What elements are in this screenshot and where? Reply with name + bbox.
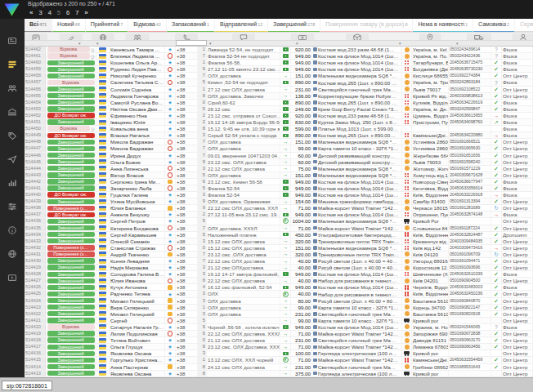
order-row[interactable]: 514423ЗавершенийВера Скляренко+381ОЛХ до… xyxy=(25,305,533,311)
tracking-number[interactable]: 0501690663170 xyxy=(449,337,491,343)
tab-Відправлений[interactable]: Відправлений12 xyxy=(215,19,268,33)
client-phone[interactable]: +38 xyxy=(176,179,198,185)
client-phone[interactable]: +38 xyxy=(176,139,198,145)
client-phone[interactable]: +38 xyxy=(176,331,198,336)
order-row[interactable]: 514444ЗавершенийАнна Липенська+38322.12 … xyxy=(25,166,533,172)
tracking-number[interactable]: 0501691651656 xyxy=(449,153,491,158)
tab-Всі[interactable]: Всі471 xyxy=(25,19,52,33)
client-phone[interactable]: +38 xyxy=(176,159,198,165)
sidebar-item-companies[interactable] xyxy=(0,101,25,122)
tracking-number[interactable]: 0503243439614 xyxy=(449,47,491,52)
order-row[interactable]: 514443ЗавершенийВіктор Власов+385ОЛХ дос… xyxy=(25,172,533,179)
order-row[interactable]: 514441ЗавершенийЗахарченко Люба+385Фиалк… xyxy=(25,185,533,192)
order-row[interactable]: 514452ДО Возврат ож.Єфименко Ніна*+38223… xyxy=(25,113,533,119)
order-row[interactable]: 514437ДО Возврат ож.Анжела Безушку*+3822… xyxy=(25,212,533,218)
order-row[interactable]: 514417ЗавершенийОльга Глущук*+38823.12 с… xyxy=(25,344,533,350)
page-size-caret-icon[interactable]: ▾ xyxy=(98,2,101,7)
tracking-number[interactable]: 20400309473416 xyxy=(449,245,491,251)
tracking-number[interactable]: 0501690672838 xyxy=(449,331,491,336)
tab-Самовивіз[interactable]: Самовивіз2 xyxy=(473,19,515,33)
client-phone[interactable]: +38 xyxy=(176,291,198,296)
order-row[interactable]: 514424ЗавершенийМихаил Гилецький+383ОЛХ … xyxy=(25,298,533,305)
client-phone[interactable]: +38 xyxy=(176,145,198,151)
client-phone[interactable]: +38 xyxy=(176,66,198,72)
tracking-number[interactable]: 0501691598240 xyxy=(449,159,491,165)
tab-Відмова[interactable]: Відмова42 xyxy=(128,19,167,33)
tab-Нема в наявності[interactable]: Нема в наявності1 xyxy=(413,19,473,33)
order-row[interactable]: 514432Повернення (з…Станіслав Стрижак+38… xyxy=(25,245,533,252)
client-phone[interactable]: +38 xyxy=(176,271,198,277)
tracking-number[interactable]: 0503241546065 xyxy=(449,324,491,330)
tracking-number[interactable]: 0503243422436 xyxy=(449,53,491,59)
client-phone[interactable]: +38 xyxy=(176,357,198,363)
tracking-number[interactable]: 20450631554459 xyxy=(449,357,491,363)
order-row[interactable]: 514430ЗавершенийКсенія Левадняя*+38722.1… xyxy=(25,258,533,265)
client-phone[interactable]: +38 xyxy=(176,371,198,376)
phone-filter-dropdown[interactable]: ▾ xyxy=(209,41,212,46)
tracking-number[interactable]: 20400309484935 xyxy=(449,238,491,244)
order-row[interactable]: 514447ЗавершенийМикола Бадражан+387ОЛХ д… xyxy=(25,145,533,152)
sidebar-item-orders[interactable] xyxy=(0,54,25,74)
order-row[interactable]: 514427ЗавершенийЮлия Иванова+38822.12 см… xyxy=(25,278,533,284)
sidebar-item-dashboard[interactable] xyxy=(0,30,25,51)
tracking-number[interactable]: 20450635730230 xyxy=(449,66,491,72)
tracking-number[interactable]: 0501691094471 xyxy=(449,258,491,264)
client-phone[interactable]: +38 xyxy=(176,265,198,270)
client-phone[interactable]: +38 xyxy=(176,53,198,59)
order-row[interactable]: 514451ЗавершенийІващенко Юлія*+38219.12 … xyxy=(25,119,533,126)
client-phone[interactable]: +38 xyxy=(176,258,198,264)
client-phone[interactable]: +38 xyxy=(176,60,198,65)
tracking-number[interactable]: 0501691666521 xyxy=(449,139,491,145)
first-page-button[interactable]: « xyxy=(29,9,33,16)
order-row[interactable]: 514450Відмова◷Ковальова анна*+38815.12. … xyxy=(25,126,533,132)
client-phone[interactable]: +38 xyxy=(176,225,198,231)
client-phone[interactable]: +38 xyxy=(176,47,198,52)
order-row[interactable]: 514416ЗавершенийЯковлева Оксана*+383100.… xyxy=(25,350,533,357)
order-row[interactable]: 514433ЗавершенийОлексій Семанін*+38315.1… xyxy=(25,238,533,245)
tracking-number[interactable]: 20450634226619 xyxy=(449,100,491,105)
tracking-number[interactable]: 0503242599847 xyxy=(449,106,491,112)
tracking-number[interactable]: 20450636715475 xyxy=(449,60,491,65)
client-phone[interactable]: +38 xyxy=(176,185,198,191)
sidebar-item-info[interactable] xyxy=(0,220,25,240)
client-phone[interactable]: +38 xyxy=(176,245,198,251)
sidebar-item-campaigns[interactable] xyxy=(0,149,25,169)
page-number-6[interactable]: 6 xyxy=(66,9,69,16)
client-phone[interactable]: +38 xyxy=(176,113,198,118)
tracking-number[interactable]: 20400309671628 xyxy=(449,172,491,178)
tracking-number[interactable]: 0501692274384 xyxy=(449,73,491,78)
app-logo-icon[interactable] xyxy=(3,2,20,17)
address-filter-dropdown[interactable]: ▾ xyxy=(456,41,459,46)
client-phone[interactable]: +38 xyxy=(176,252,198,257)
order-row[interactable]: 514456ЗавершенийСоломія Сідоніна*+38127.… xyxy=(25,87,533,93)
client-phone[interactable]: +38 xyxy=(176,119,198,125)
tracking-number[interactable]: 20450633226918 xyxy=(449,192,491,198)
tracking-number[interactable]: 0501690904500 xyxy=(449,278,491,283)
client-phone[interactable]: +38 xyxy=(176,318,198,323)
client-phone[interactable]: +38 xyxy=(176,298,198,304)
client-phone[interactable]: +38 xyxy=(176,278,198,283)
order-row[interactable]: 514439ЗавершенийУляна Мусійовська*+389ОЛ… xyxy=(25,198,533,205)
tracking-number[interactable]: 20450636677947 xyxy=(449,179,491,185)
tracking-number[interactable]: 20450632824487 xyxy=(449,232,491,238)
sidebar-item-settings[interactable] xyxy=(0,196,25,216)
tracking-number[interactable] xyxy=(449,350,491,356)
tracking-number[interactable]: 0501690822147 xyxy=(449,305,491,310)
tracking-number[interactable]: 0503242893184 xyxy=(449,79,491,85)
order-row[interactable]: 514459ЗавершенийРуденко Лидия Пав…+38927… xyxy=(25,66,533,73)
client-phone[interactable]: +38 xyxy=(176,337,198,343)
order-row[interactable]: 514429ЗавершенийНадія Мерзаєва*+38321.12… xyxy=(25,265,533,271)
client-phone[interactable]: +38 xyxy=(176,218,198,224)
tracking-number[interactable] xyxy=(449,318,491,323)
order-row[interactable]: 514436ЗавершенийСергей Петров*+385₴1004.… xyxy=(25,218,533,225)
sidebar-item-contacts[interactable] xyxy=(0,78,25,98)
last-page-button[interactable]: » xyxy=(84,9,87,16)
tracking-number[interactable]: 0501691281689 xyxy=(449,205,491,211)
payment-filter-dropdown[interactable]: ▾ xyxy=(296,41,298,46)
order-row[interactable]: 514420ВідмоваСитарчук Наталія Гр…*+389Чо… xyxy=(25,324,533,331)
client-phone[interactable]: +38 xyxy=(176,87,198,92)
product-filter-dropdown[interactable]: ▾ xyxy=(399,41,401,46)
order-row[interactable]: 514415ЗавершенийГоргулько Христина…*+381… xyxy=(25,357,533,363)
client-phone[interactable]: +38 xyxy=(176,232,198,238)
tracking-number[interactable]: 0501691187224 xyxy=(449,225,491,231)
